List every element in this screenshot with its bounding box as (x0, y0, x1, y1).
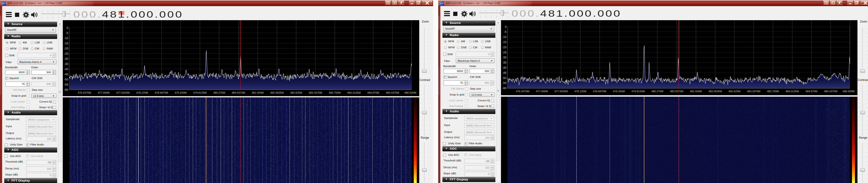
svg-text:-10: -10 (64, 36, 68, 40)
svg-text:-15: -15 (502, 41, 506, 44)
svg-text:0: 0 (505, 25, 506, 29)
svg-text:482.0625M: 482.0625M (270, 91, 283, 94)
svg-text:480.9375M: 480.9375M (231, 91, 245, 94)
svg-text:484.3125M: 484.3125M (785, 90, 799, 93)
svg-text:483.750M: 483.750M (767, 90, 779, 93)
svg-text:-20: -20 (502, 46, 506, 49)
svg-text:478.125M: 478.125M (136, 91, 148, 94)
svg-text:478.6875M: 478.6875M (593, 90, 606, 93)
svg-text:479.8125M: 479.8125M (193, 91, 207, 94)
svg-text:482.0625M: 482.0625M (708, 90, 722, 93)
svg-text:477.000M: 477.000M (536, 90, 548, 93)
svg-text:483.750M: 483.750M (329, 91, 341, 94)
svg-text:480.375M: 480.375M (213, 91, 225, 94)
svg-text:480.375M: 480.375M (651, 90, 663, 93)
svg-text:483.1875M: 483.1875M (747, 90, 760, 93)
svg-text:478.6875M: 478.6875M (155, 91, 168, 94)
svg-text:-55: -55 (502, 81, 506, 85)
svg-text:-10: -10 (502, 35, 506, 39)
svg-text:476.4375M: 476.4375M (78, 91, 91, 94)
svg-text:-35: -35 (64, 62, 68, 66)
svg-text:0: 0 (66, 26, 68, 30)
svg-text:481.500M: 481.500M (690, 90, 702, 93)
svg-text:483.1875M: 483.1875M (309, 91, 322, 94)
svg-text:-25: -25 (502, 51, 506, 54)
svg-text:-45: -45 (64, 73, 68, 76)
svg-text:479.250M: 479.250M (175, 91, 186, 94)
svg-text:485.4375M: 485.4375M (824, 90, 837, 93)
svg-text:-55: -55 (64, 83, 68, 86)
svg-text:-30: -30 (64, 57, 68, 60)
svg-text:486.000M: 486.000M (404, 91, 416, 94)
svg-text:484.3125M: 484.3125M (347, 91, 361, 94)
svg-text:-60: -60 (64, 88, 68, 92)
svg-text:-5: -5 (504, 30, 506, 33)
svg-text:478.125M: 478.125M (574, 90, 586, 93)
svg-text:481.500M: 481.500M (252, 91, 264, 94)
svg-text:479.8125M: 479.8125M (631, 90, 645, 93)
svg-text:-40: -40 (64, 68, 68, 71)
svg-text:482.625M: 482.625M (728, 90, 740, 93)
svg-text:-30: -30 (502, 56, 506, 59)
svg-text:-25: -25 (64, 52, 68, 55)
svg-text:-15: -15 (64, 42, 68, 45)
svg-text:484.875M: 484.875M (367, 91, 379, 94)
svg-text:484.875M: 484.875M (805, 90, 817, 93)
svg-text:479.250M: 479.250M (613, 90, 625, 93)
svg-text:477.5625M: 477.5625M (116, 91, 129, 94)
svg-text:480.9375M: 480.9375M (670, 90, 683, 93)
svg-text:477.5625M: 477.5625M (554, 90, 568, 93)
svg-text:477.000M: 477.000M (98, 91, 110, 94)
svg-text:-35: -35 (502, 61, 506, 64)
svg-text:-50: -50 (64, 78, 68, 81)
svg-text:486.000M: 486.000M (842, 90, 855, 93)
svg-text:482.625M: 482.625M (290, 91, 302, 94)
svg-text:-5: -5 (66, 31, 68, 35)
svg-text:-45: -45 (502, 71, 506, 75)
svg-text:485.4375M: 485.4375M (386, 91, 399, 94)
svg-text:476.4375M: 476.4375M (516, 90, 529, 93)
svg-text:-60: -60 (502, 86, 506, 90)
svg-text:-50: -50 (502, 77, 506, 80)
svg-text:-20: -20 (64, 47, 68, 50)
svg-text:-40: -40 (502, 66, 506, 70)
